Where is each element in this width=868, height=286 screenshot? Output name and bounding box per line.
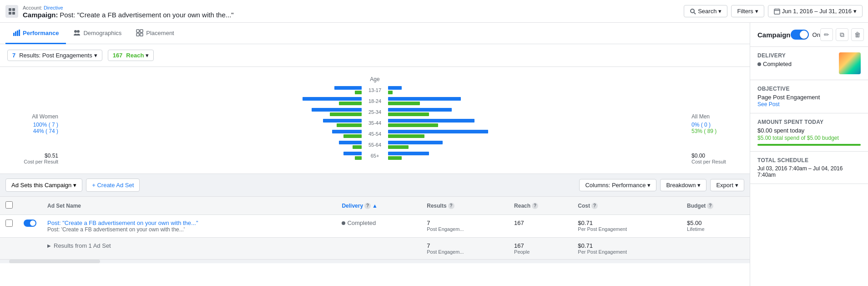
bars-left [62,152,362,160]
create-ad-set-button[interactable]: + Create Ad Set [86,179,140,192]
edit-campaign-button[interactable]: ✏ [820,28,833,41]
ad-name-link[interactable]: Post: "Create a FB advertisement on your… [47,220,198,226]
men-side: All Men 0% ( 0 ) 53% ( 89 ) $0.00 Cost p… [688,86,742,164]
results-info-icon[interactable]: ? [448,203,454,209]
create-ad-set-label: + Create Ad Set [92,182,134,189]
row-checkbox[interactable] [5,220,13,227]
filters-row: 7 Results: Post Engagements ▾ 167 Reach … [0,44,750,67]
summary-cost-sub: Per Post Engagement [578,249,676,255]
bar-blue-right [388,141,443,144]
bar-blue-left [332,130,362,133]
svg-rect-18 [136,33,139,36]
svg-rect-12 [17,31,18,36]
sidebar-header: Campaign On ✏ ⧉ 🗑 [750,23,868,47]
copy-icon: ⧉ [840,31,844,39]
bar-green-left [355,91,362,94]
th-checkbox [0,197,18,215]
tab-demographics-label: Demographics [83,30,121,36]
reach-label: Reach [126,52,144,59]
account-name-link[interactable]: Directive [44,5,63,10]
row-toggle[interactable] [24,220,36,227]
horizontal-scrollbar[interactable] [0,260,750,263]
toggle-thumb [800,31,808,39]
bars-right [388,119,688,127]
summary-cost-cell: $0.71 Per Post Engagement [572,238,681,260]
bar-green-right [388,123,438,127]
bar-green-left [343,134,362,138]
export-button[interactable]: Export ▾ [710,179,744,191]
age-row: 45-54 [62,130,688,138]
ad-sets-label: Ad Sets this Campaign [11,182,71,189]
see-post-link[interactable]: See Post [757,101,780,107]
results-value: 7 [427,220,503,226]
summary-reach: 167 [514,242,567,249]
ad-sets-dropdown-icon: ▾ [73,182,76,189]
bar-blue-left [334,86,362,90]
age-label-col: 65+ [366,153,384,158]
bar-blue-right [388,108,452,112]
date-range-label: Jun 1, 2016 – Jul 31, 2016 [782,8,852,15]
age-row: 25-34 [62,108,688,116]
women-cost-label: Cost per Result [7,159,58,164]
th-cost: Cost ? [572,197,681,215]
reach-info-icon[interactable]: ? [532,203,538,209]
filters-button[interactable]: Filters ▾ [731,5,764,17]
bar-green-right [388,145,409,149]
women-label: All Women [7,113,58,120]
scroll-thumb[interactable] [9,260,100,263]
bar-green-left [353,145,362,149]
delivery-title: Delivery [757,52,839,59]
tab-demographics[interactable]: Demographics [66,23,129,44]
bars-right [388,97,688,105]
svg-rect-1 [12,8,15,11]
age-label-col: 55-64 [366,142,384,148]
bars-right [388,108,688,116]
date-range-button[interactable]: Jun 1, 2016 – Jul 31, 2016 ▾ [768,5,863,17]
men-percent2: 53% ( 89 ) [691,128,742,134]
search-button[interactable]: Search ▾ [684,5,727,17]
ad-name-sub: Post: 'Create a FB advertisement on your… [47,226,331,233]
ad-sets-right-controls: Columns: Performance ▾ Breakdown ▾ Expor… [579,179,744,191]
bar-green-right [388,91,393,94]
bar-blue-left [339,141,362,144]
schedule-value: Jul 03, 2016 7:40am – Jul 04, 2016 7:40a… [757,165,861,178]
columns-label: Columns: Performance [585,182,646,189]
svg-rect-3 [12,12,15,15]
columns-button[interactable]: Columns: Performance ▾ [579,179,656,191]
reach-filter[interactable]: 167 Reach ▾ [108,50,154,61]
delivery-sidebar-value: Completed [763,61,792,67]
bar-group-right [388,152,429,160]
bar-green-left [330,112,362,116]
account-icon[interactable] [5,5,18,18]
breakdown-button[interactable]: Breakdown ▾ [660,179,707,191]
th-delivery[interactable]: Delivery ? ▲ [336,197,421,215]
cost-info-icon[interactable]: ? [591,203,598,209]
sidebar-action-buttons: ✏ ⧉ 🗑 [820,28,864,41]
select-all-checkbox[interactable] [5,201,13,209]
campaign-toggle[interactable] [791,30,809,40]
summary-reach-sub: People [514,249,567,255]
age-label-col: 18-24 [366,98,384,104]
delivery-info-icon[interactable]: ? [364,203,371,209]
results-filter[interactable]: 7 Results: Post Engagements ▾ [7,50,102,61]
copy-campaign-button[interactable]: ⧉ [836,28,848,41]
age-row: 13-17 [62,86,688,94]
bar-group-right [388,130,488,138]
summary-delivery-cell [336,238,421,260]
amount-title: Amount Spent Today [757,119,861,125]
search-label: Search [698,8,717,15]
tab-performance[interactable]: Performance [5,23,66,44]
delete-campaign-button[interactable]: 🗑 [851,28,864,41]
toggle-on-label: On [812,31,820,38]
objective-title: Objective [757,86,861,92]
budget-info-icon[interactable]: ? [707,203,713,209]
bar-green-left [339,102,362,105]
results-label: Results: Post Engagements [19,52,92,59]
svg-rect-13 [19,30,20,36]
bar-blue-left [343,152,362,155]
ad-sets-dropdown-button[interactable]: Ad Sets this Campaign ▾ [5,179,82,192]
tab-placement[interactable]: Placement [129,23,181,44]
expand-results[interactable]: ▶ Results from 1 Ad Set [47,242,331,249]
bar-blue-left [312,108,362,112]
schedule-section: Total Schedule Jul 03, 2016 7:40am – Jul… [750,152,868,184]
